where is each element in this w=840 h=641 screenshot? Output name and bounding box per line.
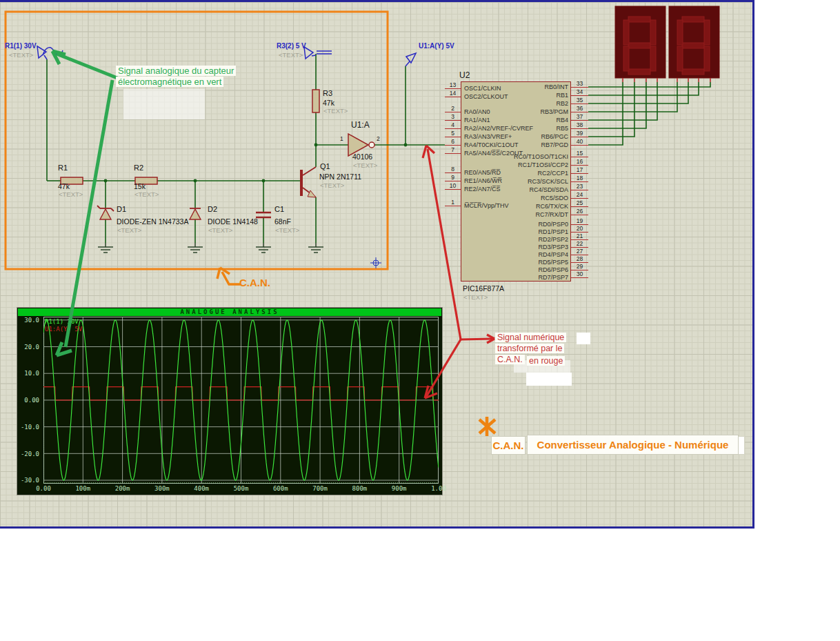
pin-number: 25: [572, 199, 588, 206]
pin-name: RB7/PGD: [461, 141, 568, 148]
pin-number: 20: [572, 225, 588, 232]
value-d2[interactable]: DIODE 1N4148: [208, 217, 258, 226]
annotation-red-2[interactable]: transformé par le: [495, 344, 564, 353]
x-tick-label: 900m: [390, 485, 409, 492]
pin-number: 18: [572, 175, 588, 181]
pic-pin[interactable]: 34RB1: [461, 92, 731, 100]
value-r1[interactable]: 47k: [58, 182, 70, 190]
pin-number: 2: [445, 105, 461, 112]
annotation-red-3a[interactable]: C.A.N.: [495, 355, 525, 364]
pic-pin[interactable]: 33RB0/INT: [461, 83, 731, 92]
analogue-analysis-window[interactable]: ANALOGUE ANALYSIS 30.020.010.00.00-10.0-…: [17, 307, 443, 495]
y-tick-label: 10.0: [24, 370, 39, 377]
value-d1[interactable]: DIODE-ZEN 1N4733A: [117, 217, 188, 226]
value-q1[interactable]: NPN 2N1711: [319, 172, 361, 181]
pin-number: 33: [572, 80, 588, 87]
pin-number: 1: [445, 199, 461, 206]
probe-label-r1[interactable]: R1(1) 30V: [5, 42, 37, 50]
pin-number: 36: [572, 105, 588, 112]
value-r3[interactable]: 47k: [323, 99, 334, 107]
pic-pin[interactable]: 23RC4/SDI/SDA: [461, 186, 731, 195]
ref-q1[interactable]: Q1: [320, 162, 330, 170]
y-axis-labels: 30.020.010.00.00-10.0-20.0-30.0: [17, 317, 41, 484]
pic-pin[interactable]: 25RC6/TX/CK: [461, 203, 731, 211]
can-full-box[interactable]: Convertisseur Analogique - Numérique: [527, 435, 739, 455]
pic-pin[interactable]: 40RB7/PGD: [461, 141, 731, 150]
ref-r1[interactable]: R1: [58, 164, 68, 172]
pin-name: RC0/T1OSO/T1CKI: [461, 153, 568, 160]
pin-number: 21: [572, 233, 588, 239]
probe-label-r3[interactable]: R3(2) 5 V: [277, 42, 306, 50]
x-tick-label: 400m: [192, 485, 211, 492]
y-tick-label: -20.0: [21, 451, 39, 457]
pic-pin[interactable]: 39RB6/PGC: [461, 133, 731, 141]
text-placeholder: <TEXT>: [279, 51, 303, 59]
annotation-red-1[interactable]: Signal numérique: [495, 333, 566, 342]
ref-d1[interactable]: D1: [117, 205, 126, 213]
pic-pin[interactable]: 36RB3/PGM: [461, 108, 731, 117]
pin-name: RD0/PSP0: [461, 221, 568, 228]
text-placeholder: <TEXT>: [9, 51, 33, 59]
pic-pin[interactable]: 15RC0/T1OSO/T1CKI: [461, 153, 731, 161]
pin-number: 3: [445, 113, 461, 120]
x-tick-label: 300m: [152, 485, 172, 492]
pin-name: RB2: [461, 100, 568, 107]
pin-name: RC5/SDO: [461, 195, 568, 201]
pic-pin[interactable]: 24RC5/SDO: [461, 195, 731, 203]
pin-number: 34: [572, 88, 588, 95]
legend-trace-green: R1(1) 30V: [45, 318, 79, 325]
ref-c1[interactable]: C1: [274, 205, 284, 213]
pin-number: 5: [445, 130, 461, 137]
pin-number: 16: [572, 158, 588, 165]
value-u2[interactable]: PIC16F877A: [463, 284, 504, 293]
text-placeholder: <TEXT>: [323, 107, 348, 115]
pic-pin[interactable]: 18RC3/SCK/SCL: [461, 178, 731, 186]
pic-pin[interactable]: 30RD7/PSP7: [461, 274, 731, 282]
ref-r2[interactable]: R2: [134, 164, 143, 172]
pin-number: 15: [572, 150, 588, 157]
value-u1a[interactable]: 40106: [352, 152, 372, 161]
pin-number: 8: [445, 166, 461, 172]
ref-r3[interactable]: R3: [323, 89, 332, 97]
text-placeholder: <TEXT>: [59, 190, 83, 198]
probe-label-u1y[interactable]: U1:A(Y) 5V: [419, 42, 454, 50]
text-placeholder: <TEXT>: [208, 226, 232, 234]
waveform-plot[interactable]: [43, 317, 439, 484]
pin-number: 9: [445, 174, 461, 181]
pin-number: 28: [572, 255, 588, 262]
pin-name: RB1: [461, 92, 568, 99]
x-tick-label: 800m: [350, 485, 369, 492]
pic-pin[interactable]: 38RB5: [461, 125, 731, 133]
pin-name: RB4: [461, 117, 568, 124]
pin-number: 17: [572, 166, 588, 173]
pin-number: 19: [572, 217, 588, 224]
y-tick-label: -10.0: [21, 424, 39, 431]
value-r2[interactable]: 15k: [134, 182, 146, 190]
pin-name: RB6/PGC: [461, 133, 568, 140]
pic-pin[interactable]: 35RB2: [461, 100, 731, 108]
pin-number: 35: [572, 97, 588, 103]
pin-name: RB3/PGM: [461, 108, 568, 115]
annotation-green-1[interactable]: Signal analogique du capteur: [116, 66, 236, 76]
can-label[interactable]: C.A.N.: [239, 277, 270, 288]
text-placeholder: <TEXT>: [320, 181, 344, 189]
pic-pin[interactable]: 16RC1/T1OSI/CCP2: [461, 161, 731, 170]
text-placeholder: <TEXT>: [353, 161, 377, 169]
ref-d2[interactable]: D2: [208, 205, 217, 213]
text-placeholder: <TEXT>: [275, 226, 299, 234]
ref-u1a[interactable]: U1:A: [351, 120, 370, 130]
x-tick-label: 200m: [113, 485, 132, 492]
annotation-green-2[interactable]: électromagnétique en vert: [116, 77, 223, 87]
value-c1[interactable]: 68nF: [274, 217, 291, 226]
graph-title-bar[interactable]: ANALOGUE ANALYSIS: [18, 308, 441, 316]
pic-pin[interactable]: 37RB4: [461, 117, 731, 125]
y-tick-label: 30.0: [24, 317, 39, 324]
can-abbrev-box[interactable]: C.A.N.: [491, 436, 526, 455]
proteus-isis-canvas: 13OSC1/CLKIN14OSC2/CLKOUT 2RA0/AN03RA1/A…: [0, 0, 840, 641]
pic-pin[interactable]: 26RC7/RX/DT: [461, 211, 731, 219]
ref-u2[interactable]: U2: [459, 70, 470, 80]
annotation-red-3b[interactable]: en rouge: [527, 356, 565, 366]
pic-pin[interactable]: 17RC2/CCP1: [461, 170, 731, 178]
x-axis-labels: 0.00100m200m300m400m500m600m700m800m900m…: [34, 485, 448, 493]
pin-number: 26: [572, 208, 588, 215]
